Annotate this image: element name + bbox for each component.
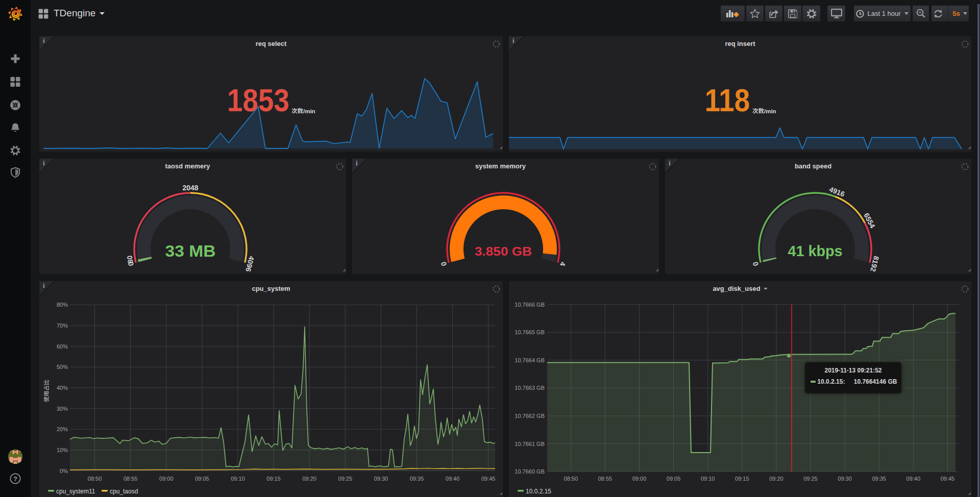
svg-text:09:10: 09:10	[231, 476, 245, 482]
svg-text:4916: 4916	[828, 185, 846, 198]
svg-text:10%: 10%	[57, 447, 68, 453]
svg-text:09:45: 09:45	[941, 476, 955, 482]
svg-text:10.7665 GB: 10.7665 GB	[514, 329, 545, 335]
svg-text:09:35: 09:35	[872, 476, 886, 482]
svg-text:/min: /min	[764, 108, 776, 114]
svg-text:30%: 30%	[57, 406, 68, 412]
svg-text:80%: 80%	[57, 302, 68, 308]
svg-text:09:00: 09:00	[159, 476, 174, 482]
svg-text:70%: 70%	[57, 322, 68, 329]
svg-text:60%: 60%	[57, 343, 68, 350]
svg-text:40%: 40%	[57, 385, 68, 391]
svg-text:08:50: 08:50	[88, 476, 102, 482]
svg-text:09:40: 09:40	[446, 476, 460, 482]
svg-text:0%: 0%	[60, 468, 68, 474]
svg-text:cpu_taosd: cpu_taosd	[110, 488, 138, 495]
svg-text:cpu_system11: cpu_system11	[56, 488, 95, 495]
svg-text:2048: 2048	[182, 184, 198, 192]
svg-text:33 MB: 33 MB	[165, 242, 216, 260]
svg-text:09:30: 09:30	[374, 476, 388, 482]
svg-text:20%: 20%	[57, 426, 68, 432]
svg-text:08:50: 08:50	[564, 476, 578, 482]
svg-text:09:05: 09:05	[195, 476, 209, 482]
svg-text:09:05: 09:05	[667, 476, 681, 482]
svg-text:80: 80	[125, 255, 134, 264]
svg-text:09:30: 09:30	[838, 476, 852, 482]
svg-text:10.7663 GB: 10.7663 GB	[514, 385, 545, 391]
svg-text:09:45: 09:45	[481, 476, 496, 482]
svg-text:08:55: 08:55	[598, 476, 612, 482]
svg-text:10.7660 GB: 10.7660 GB	[514, 468, 545, 475]
svg-text:09:25: 09:25	[803, 476, 818, 482]
svg-text:10.7664 GB: 10.7664 GB	[514, 357, 545, 363]
svg-text:09:40: 09:40	[906, 476, 921, 482]
svg-text:10.7662 GB: 10.7662 GB	[514, 413, 545, 419]
svg-text:08:55: 08:55	[124, 476, 138, 482]
svg-text:10.7661 GB: 10.7661 GB	[514, 441, 545, 447]
svg-text:09:20: 09:20	[302, 476, 316, 482]
svg-text:09:00: 09:00	[632, 476, 647, 482]
svg-text:3.850 GB: 3.850 GB	[475, 244, 532, 258]
svg-text:?: ?	[13, 475, 17, 483]
svg-text:0: 0	[439, 261, 448, 267]
svg-text:/min: /min	[303, 108, 315, 114]
svg-text:09:20: 09:20	[769, 476, 783, 482]
svg-text:10.0.2.15: 10.0.2.15	[526, 488, 551, 495]
svg-text:09:10: 09:10	[701, 476, 715, 482]
svg-text:4: 4	[558, 261, 567, 267]
svg-text:09:15: 09:15	[266, 476, 281, 482]
svg-text:50%: 50%	[57, 364, 68, 370]
svg-text:09:25: 09:25	[338, 476, 353, 482]
svg-text:09:35: 09:35	[410, 476, 424, 482]
svg-text:0: 0	[751, 261, 760, 267]
svg-text:09:15: 09:15	[735, 476, 749, 482]
svg-text:41 kbps: 41 kbps	[788, 243, 843, 259]
svg-text:10.7666 GB: 10.7666 GB	[514, 302, 545, 308]
